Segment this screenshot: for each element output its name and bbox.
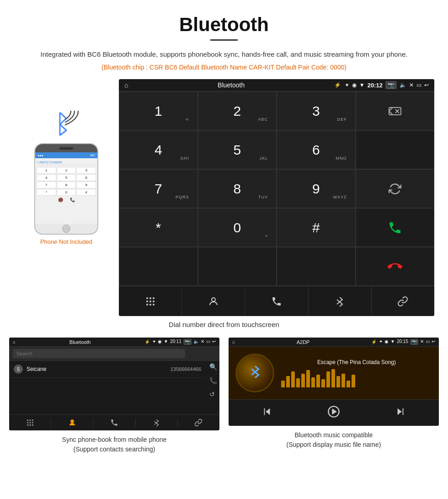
phone-add-contact: + Add to Contacts	[37, 160, 96, 165]
dial-key-call-green[interactable]	[356, 208, 435, 247]
music-right-icons: ✦ ◉ ▼ 20:15 📷 ✕ ▭ ↩	[379, 339, 435, 345]
music-home-icon[interactable]: ⌂	[232, 339, 235, 344]
pb-camera-icon[interactable]: 📷	[183, 339, 192, 345]
pb-toolbar-bluetooth[interactable]	[136, 419, 178, 427]
dial-key-star[interactable]: *	[119, 208, 198, 247]
phone-key-hash[interactable]: #	[76, 189, 96, 196]
pb-toolbar-phone[interactable]	[93, 419, 135, 427]
pb-search-input[interactable]	[13, 349, 185, 358]
music-window-icon[interactable]: ▭	[426, 339, 430, 345]
phonebook-caption: Sync phone-book from mobile phone (Suppo…	[62, 435, 167, 454]
phone-mockup: ●●●MV + Add to Contacts 1 2 3 4 5 6 7 8 …	[34, 143, 98, 235]
usb-icon: ⚡	[334, 82, 341, 88]
dial-key-1[interactable]: 1∞	[119, 91, 198, 130]
pb-search-area	[9, 347, 219, 361]
pb-home-icon[interactable]: ⌂	[13, 339, 16, 344]
dial-cell-empty[interactable]	[356, 130, 435, 169]
phone-key-1[interactable]: 1	[37, 167, 56, 174]
dial-cell-empty[interactable]	[277, 247, 356, 286]
toolbar-phone-button[interactable]	[245, 286, 308, 316]
music-caption: Bluetooth music compatible (Support disp…	[287, 430, 381, 450]
music-prev-button[interactable]	[262, 407, 272, 419]
close-icon[interactable]: ✕	[409, 82, 414, 88]
pb-vol-icon[interactable]: 🔈	[193, 339, 199, 345]
music-next-button[interactable]	[395, 407, 405, 419]
music-bt-icon: ✦	[379, 339, 383, 345]
eq-bar	[311, 377, 315, 387]
pb-toolbar-link[interactable]	[178, 419, 219, 427]
pb-right-icons: ✦ ◉ ▼ 20:11 📷 🔈 ✕ ▭ ↩	[152, 339, 216, 345]
dial-key-2[interactable]: 2ABC	[198, 91, 277, 130]
phone-home-button	[62, 225, 70, 233]
dial-key-call-red[interactable]	[356, 247, 435, 286]
music-play-pause-button[interactable]	[327, 405, 340, 420]
phone-speaker	[59, 147, 73, 150]
pb-contacts-area: S Seicane 13566664466	[9, 361, 219, 378]
phone-key-7[interactable]: 7	[37, 182, 56, 188]
pb-back-icon[interactable]: ↩	[212, 339, 216, 345]
svg-point-7	[146, 300, 148, 302]
pb-toolbar-grid[interactable]	[9, 419, 51, 427]
dial-key-zero-plus[interactable]: 0+	[198, 208, 277, 247]
music-close-icon[interactable]: ✕	[420, 339, 424, 345]
pb-search-side-icon[interactable]: 🔍	[209, 363, 217, 370]
svg-point-23	[70, 419, 74, 423]
pb-time: 20:11	[170, 339, 181, 345]
phone-key-2[interactable]: 2	[57, 167, 76, 174]
phone-key-star[interactable]: *	[37, 189, 56, 196]
dial-cell-empty[interactable]	[198, 247, 277, 286]
phone-key-9[interactable]: 9	[76, 182, 96, 188]
toolbar-dialpad-button[interactable]	[119, 286, 182, 316]
music-camera-icon[interactable]: 📷	[410, 339, 418, 345]
phone-key-8[interactable]: 8	[57, 182, 76, 188]
dial-caption: Dial number direct from touchscreen	[0, 321, 448, 328]
eq-bar	[341, 374, 345, 387]
phone-key-0[interactable]: 0	[57, 189, 76, 196]
svg-point-12	[153, 304, 155, 306]
dial-key-9[interactable]: 9WXYZ	[277, 169, 356, 208]
dial-key-refresh[interactable]	[356, 169, 435, 208]
volume-icon[interactable]: 🔈	[400, 82, 406, 88]
dial-key-3[interactable]: 3DEF	[277, 91, 356, 130]
pb-call-side-icon[interactable]: 📞	[209, 377, 217, 384]
pb-window-icon[interactable]: ▭	[206, 339, 210, 345]
back-icon[interactable]: ↩	[424, 82, 429, 88]
dial-cell-empty[interactable]	[119, 247, 198, 286]
camera-icon[interactable]: 📷	[385, 81, 397, 89]
pb-refresh-side-icon[interactable]: ↺	[209, 391, 217, 398]
pb-bt-icon: ✦	[152, 339, 156, 345]
dial-key-6[interactable]: 6MNO	[277, 130, 356, 169]
svg-rect-1	[389, 107, 401, 115]
music-back-icon[interactable]: ↩	[432, 339, 435, 345]
phone-key-3[interactable]: 3	[76, 167, 96, 174]
svg-point-15	[29, 419, 31, 421]
music-info: Escape (The Pina Colada Song)	[281, 359, 432, 387]
dial-key-5[interactable]: 5JKL	[198, 130, 277, 169]
location-icon: ◉	[352, 82, 357, 88]
dial-key-8[interactable]: 8TUV	[198, 169, 277, 208]
music-eq-bars	[281, 369, 432, 387]
window-icon[interactable]: ▭	[416, 82, 421, 88]
pb-toolbar-contacts[interactable]	[51, 419, 93, 427]
pb-contact-name: Seicane	[27, 366, 46, 372]
music-usb-icon: ⚡	[371, 339, 377, 344]
phone-key-5[interactable]: 5	[57, 174, 76, 181]
pb-close-icon[interactable]: ✕	[201, 339, 204, 345]
home-icon[interactable]: ⌂	[124, 81, 128, 89]
dial-key-hash[interactable]: #	[277, 208, 356, 247]
phone-key-6[interactable]: 6	[76, 174, 96, 181]
svg-point-5	[149, 297, 151, 299]
svg-point-6	[153, 297, 155, 299]
toolbar-bluetooth-button[interactable]	[309, 286, 372, 316]
pb-contact-number: 13566664466	[171, 366, 201, 372]
phone-key-4[interactable]: 4	[37, 174, 56, 181]
dial-key-backspace[interactable]	[356, 91, 435, 130]
dial-key-7[interactable]: 7PQRS	[119, 169, 198, 208]
car-screen-title: Bluetooth	[132, 81, 330, 89]
main-row: ●●●MV + Add to Contacts 1 2 3 4 5 6 7 8 …	[0, 79, 448, 316]
pb-contact-row[interactable]: S Seicane 13566664466	[9, 361, 206, 378]
toolbar-link-button[interactable]	[372, 286, 434, 316]
toolbar-contacts-button[interactable]	[182, 286, 245, 316]
pb-title: Bluetooth	[18, 339, 142, 345]
dial-key-4[interactable]: 4GHI	[119, 130, 198, 169]
